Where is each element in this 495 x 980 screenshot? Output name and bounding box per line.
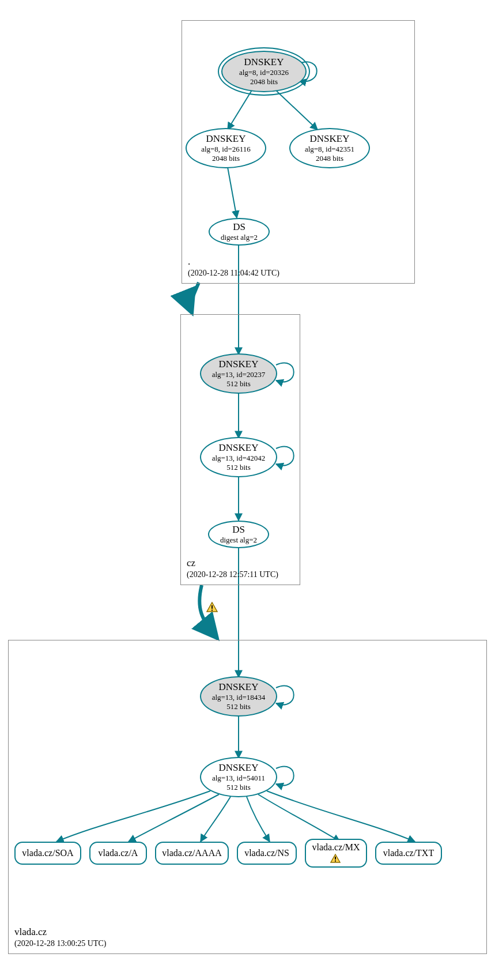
rrset-a: vlada.cz/A <box>89 842 147 865</box>
svg-rect-0 <box>211 605 213 609</box>
rrset-mx: vlada.cz/MX <box>305 839 367 868</box>
zone-root-label: . (2020-12-28 11:04:42 UTC) <box>188 255 279 278</box>
cz-ksk: DNSKEY alg=13, id=20237 512 bits <box>200 353 277 394</box>
diagram-canvas: . (2020-12-28 11:04:42 UTC) DNSKEY alg=8… <box>0 0 495 980</box>
zone-cz-label: cz (2020-12-28 12:57:11 UTC) <box>187 557 278 580</box>
svg-rect-3 <box>335 861 336 862</box>
rrset-ns: vlada.cz/NS <box>237 842 297 865</box>
svg-rect-2 <box>335 857 336 860</box>
svg-rect-1 <box>211 610 213 611</box>
root-ds: DS digest alg=2 <box>209 218 270 246</box>
root-zsk-26116: DNSKEY alg=8, id=26116 2048 bits <box>186 128 266 168</box>
root-zsk-42351: DNSKEY alg=8, id=42351 2048 bits <box>289 128 370 168</box>
vlada-zsk: DNSKEY alg=13, id=54011 512 bits <box>200 757 277 797</box>
cz-zsk: DNSKEY alg=13, id=42042 512 bits <box>200 437 277 477</box>
rrset-txt: vlada.cz/TXT <box>375 842 442 865</box>
warning-icon <box>206 602 218 612</box>
warning-icon <box>330 854 342 864</box>
rrset-soa: vlada.cz/SOA <box>14 842 81 865</box>
root-ksk: DNSKEY alg=8, id=20326 2048 bits <box>221 51 307 92</box>
cz-ds: DS digest alg=2 <box>208 521 269 548</box>
zone-vlada-label: vlada.cz (2020-12-28 13:00:25 UTC) <box>14 926 106 949</box>
rrset-aaaa: vlada.cz/AAAA <box>155 842 229 865</box>
vlada-ksk: DNSKEY alg=13, id=18434 512 bits <box>200 676 277 717</box>
